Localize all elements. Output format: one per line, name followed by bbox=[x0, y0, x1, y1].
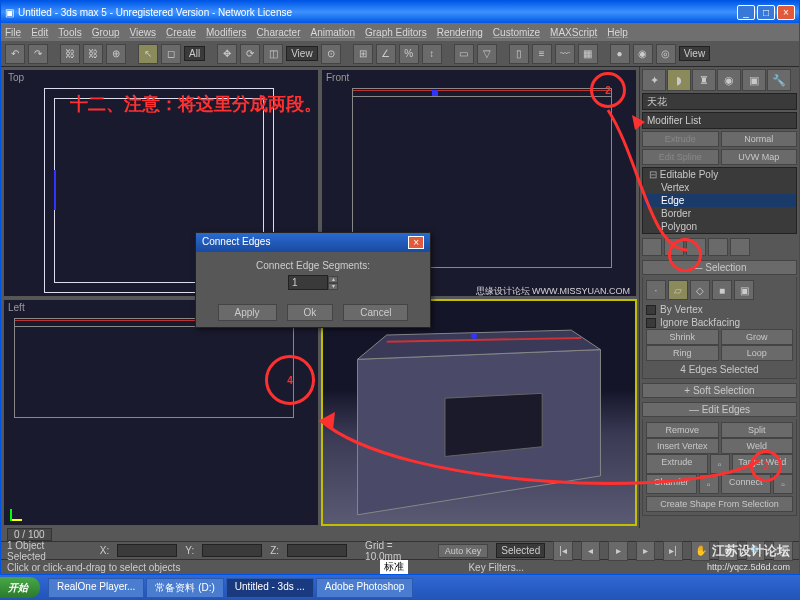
viewport-left[interactable]: Left bbox=[3, 299, 319, 527]
curve-editor-button[interactable]: 〰 bbox=[555, 44, 575, 64]
coord-x-field[interactable] bbox=[117, 544, 177, 557]
selection-rollout-head[interactable]: — Selection bbox=[642, 260, 797, 275]
menu-group[interactable]: Group bbox=[92, 27, 120, 38]
subobj-edge-button[interactable]: ▱ bbox=[668, 280, 688, 300]
menu-animation[interactable]: Animation bbox=[311, 27, 355, 38]
menu-file[interactable]: File bbox=[5, 27, 21, 38]
stack-vertex[interactable]: Vertex bbox=[643, 181, 796, 194]
subobj-border-button[interactable]: ◇ bbox=[690, 280, 710, 300]
percent-snap-button[interactable]: % bbox=[399, 44, 419, 64]
pivot-button[interactable]: ⊙ bbox=[321, 44, 341, 64]
dialog-close-button[interactable]: × bbox=[408, 236, 424, 249]
pin-stack-button[interactable] bbox=[642, 238, 662, 256]
angle-snap-button[interactable]: ∠ bbox=[376, 44, 396, 64]
configure-sets-button[interactable] bbox=[730, 238, 750, 256]
selection-filter[interactable]: All bbox=[184, 46, 205, 61]
render-view-dropdown[interactable]: View bbox=[679, 46, 711, 61]
modify-tab[interactable]: ◗ bbox=[667, 69, 691, 91]
subobj-element-button[interactable]: ▣ bbox=[734, 280, 754, 300]
object-name-field[interactable] bbox=[642, 93, 797, 110]
create-shape-button[interactable]: Create Shape From Selection bbox=[646, 496, 793, 512]
stack-polygon[interactable]: Polygon bbox=[643, 220, 796, 233]
start-button[interactable]: 开始 bbox=[0, 577, 40, 598]
keymode-dropdown[interactable]: Selected bbox=[496, 543, 545, 558]
ref-coord-dropdown[interactable]: View bbox=[286, 46, 318, 61]
editspline-quick-button[interactable]: Edit Spline bbox=[642, 149, 719, 165]
goto-start-button[interactable]: |◂ bbox=[553, 541, 573, 561]
move-button[interactable]: ✥ bbox=[217, 44, 237, 64]
split-button[interactable]: Split bbox=[721, 422, 794, 438]
undo-button[interactable]: ↶ bbox=[5, 44, 25, 64]
segments-input[interactable] bbox=[288, 275, 328, 290]
menu-rendering[interactable]: Rendering bbox=[437, 27, 483, 38]
ok-button[interactable]: Ok bbox=[287, 304, 334, 321]
menu-customize[interactable]: Customize bbox=[493, 27, 540, 38]
task-3dsmax[interactable]: Untitled - 3ds ... bbox=[226, 578, 314, 598]
link-button[interactable]: ⛓ bbox=[60, 44, 80, 64]
minimize-button[interactable]: _ bbox=[737, 5, 755, 20]
modifier-list-dropdown[interactable]: Modifier List bbox=[642, 112, 797, 129]
stack-border[interactable]: Border bbox=[643, 207, 796, 220]
maximize-button[interactable]: □ bbox=[757, 5, 775, 20]
task-realone[interactable]: RealOne Player... bbox=[48, 578, 144, 598]
scale-button[interactable]: ◫ bbox=[263, 44, 283, 64]
cancel-dialog-button[interactable]: Cancel bbox=[343, 304, 408, 321]
schematic-button[interactable]: ▦ bbox=[578, 44, 598, 64]
utilities-tab[interactable]: 🔧 bbox=[767, 69, 791, 91]
editedges-rollout-head[interactable]: — Edit Edges bbox=[642, 402, 797, 417]
pan-button[interactable]: ✋ bbox=[691, 541, 711, 561]
chamfer-button[interactable]: Chamfer bbox=[646, 474, 697, 494]
insert-vertex-button[interactable]: Insert Vertex bbox=[646, 438, 719, 454]
task-photoshop[interactable]: Adobe Photoshop bbox=[316, 578, 414, 598]
stack-root[interactable]: ⊟ Editable Poly bbox=[643, 168, 796, 181]
coord-z-field[interactable] bbox=[287, 544, 347, 557]
chamfer-settings-button[interactable]: ▫ bbox=[699, 474, 719, 494]
uvwmap-quick-button[interactable]: UVW Map bbox=[721, 149, 798, 165]
loop-button[interactable]: Loop bbox=[721, 345, 794, 361]
extrude-settings-button[interactable]: ▫ bbox=[710, 454, 730, 474]
redo-button[interactable]: ↷ bbox=[28, 44, 48, 64]
shrink-button[interactable]: Shrink bbox=[646, 329, 719, 345]
select-button[interactable]: ↖ bbox=[138, 44, 158, 64]
prev-frame-button[interactable]: ◂ bbox=[581, 541, 601, 561]
create-tab[interactable]: ✦ bbox=[642, 69, 666, 91]
normal-quick-button[interactable]: Normal bbox=[721, 131, 798, 147]
spinner-snap-button[interactable]: ↕ bbox=[422, 44, 442, 64]
select-rect-button[interactable]: ◻ bbox=[161, 44, 181, 64]
viewport-perspective[interactable] bbox=[321, 299, 637, 527]
menu-grapheditors[interactable]: Graph Editors bbox=[365, 27, 427, 38]
menu-modifiers[interactable]: Modifiers bbox=[206, 27, 247, 38]
remove-modifier-button[interactable] bbox=[708, 238, 728, 256]
subobj-polygon-button[interactable]: ■ bbox=[712, 280, 732, 300]
layers-button[interactable]: ≡ bbox=[532, 44, 552, 64]
named-sel-button[interactable]: ▭ bbox=[454, 44, 474, 64]
autokey-button[interactable]: Auto Key bbox=[438, 544, 489, 558]
spinner-up[interactable]: ▴ bbox=[328, 276, 338, 283]
ime-label[interactable]: 标准 bbox=[380, 560, 408, 574]
ring-button[interactable]: Ring bbox=[646, 345, 719, 361]
menu-tools[interactable]: Tools bbox=[58, 27, 81, 38]
softsel-rollout-head[interactable]: + Soft Selection bbox=[642, 383, 797, 398]
extrude-button[interactable]: Extrude bbox=[646, 454, 708, 474]
spinner-down[interactable]: ▾ bbox=[328, 283, 338, 290]
unlink-button[interactable]: ⛓ bbox=[83, 44, 103, 64]
play-button[interactable]: ▸ bbox=[608, 541, 628, 561]
ignore-backfacing-checkbox[interactable] bbox=[646, 318, 656, 328]
apply-button[interactable]: Apply bbox=[218, 304, 277, 321]
bind-button[interactable]: ⊕ bbox=[106, 44, 126, 64]
menu-maxscript[interactable]: MAXScript bbox=[550, 27, 597, 38]
modifier-stack[interactable]: ⊟ Editable Poly Vertex Edge Border Polyg… bbox=[642, 167, 797, 234]
menu-character[interactable]: Character bbox=[257, 27, 301, 38]
by-vertex-checkbox[interactable] bbox=[646, 305, 656, 315]
render-scene-button[interactable]: ◉ bbox=[633, 44, 653, 64]
motion-tab[interactable]: ◉ bbox=[717, 69, 741, 91]
material-button[interactable]: ● bbox=[610, 44, 630, 64]
menu-create[interactable]: Create bbox=[166, 27, 196, 38]
task-folder[interactable]: 常备资料 (D:) bbox=[146, 578, 223, 598]
keyfilters-button[interactable]: Key Filters... bbox=[468, 562, 524, 573]
grow-button[interactable]: Grow bbox=[721, 329, 794, 345]
remove-button[interactable]: Remove bbox=[646, 422, 719, 438]
subobj-vertex-button[interactable]: · bbox=[646, 280, 666, 300]
coord-y-field[interactable] bbox=[202, 544, 262, 557]
dialog-titlebar[interactable]: Connect Edges × bbox=[196, 233, 430, 252]
